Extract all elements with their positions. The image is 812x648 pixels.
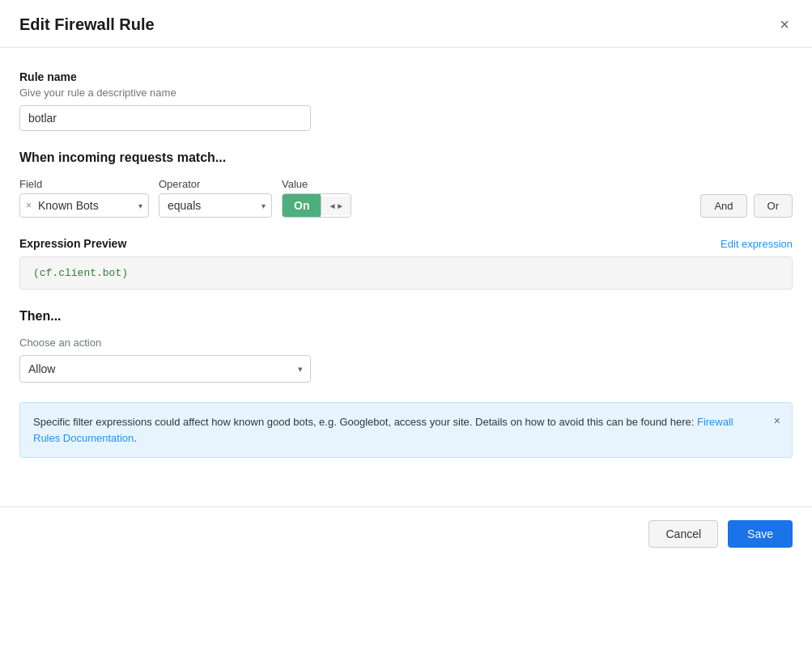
then-heading: Then... [19,309,793,324]
edit-expression-link[interactable]: Edit expression [721,238,793,250]
info-banner: Specific filter expressions could affect… [19,402,793,458]
modal-header: Edit Firewall Rule × [0,0,812,48]
operator-label: Operator [159,178,272,190]
and-button[interactable]: And [700,194,746,218]
action-select[interactable]: Allow [19,355,311,383]
info-banner-close-button[interactable]: × [772,413,782,429]
operator-select-wrapper: equals ▾ [159,193,272,218]
value-group: Value On ◄► [282,178,351,218]
expression-preview-label: Expression Preview [19,237,126,250]
expression-code: (cf.client.bot) [33,267,128,279]
field-select[interactable]: Known Bots [19,193,149,218]
field-clear-button[interactable]: × [26,200,32,211]
toggle-value-group: On ◄► [282,193,351,218]
rule-name-input[interactable] [19,105,311,131]
value-label: Value [282,178,351,190]
expression-preview-section: Expression Preview Edit expression (cf.c… [19,237,793,290]
when-section: When incoming requests match... Field × … [19,150,793,218]
modal-close-button[interactable]: × [776,13,793,36]
fields-row: Field × Known Bots ▾ Operator equals [19,178,793,218]
or-button[interactable]: Or [754,194,793,218]
edit-firewall-rule-modal: Edit Firewall Rule × Rule name Give your… [0,0,812,648]
toggle-switch-button[interactable]: ◄► [321,197,351,215]
modal-title: Edit Firewall Rule [19,15,155,34]
info-banner-text-before: Specific filter expressions could affect… [33,416,697,428]
save-button[interactable]: Save [728,520,793,548]
rule-name-section: Rule name Give your rule a descriptive n… [19,70,793,131]
action-sublabel: Choose an action [19,337,793,349]
field-group: Field × Known Bots ▾ [19,178,149,218]
rule-name-label: Rule name [19,70,793,83]
expression-header: Expression Preview Edit expression [19,237,793,250]
field-label: Field [19,178,149,190]
info-banner-text-after: . [134,432,137,444]
field-select-wrapper: × Known Bots ▾ [19,193,149,218]
when-heading: When incoming requests match... [19,150,793,165]
modal-body: Rule name Give your rule a descriptive n… [0,48,812,506]
operator-group: Operator equals ▾ [159,178,272,218]
cancel-button[interactable]: Cancel [648,520,718,548]
modal-footer: Cancel Save [0,506,812,561]
toggle-on-button[interactable]: On [283,194,321,217]
and-or-group: And Or [700,194,793,218]
rule-name-sublabel: Give your rule a descriptive name [19,87,793,99]
operator-select[interactable]: equals [159,193,272,218]
expression-box: (cf.client.bot) [19,256,793,290]
then-section: Then... Choose an action Allow ▾ [19,309,793,383]
action-select-wrapper: Allow ▾ [19,355,311,383]
